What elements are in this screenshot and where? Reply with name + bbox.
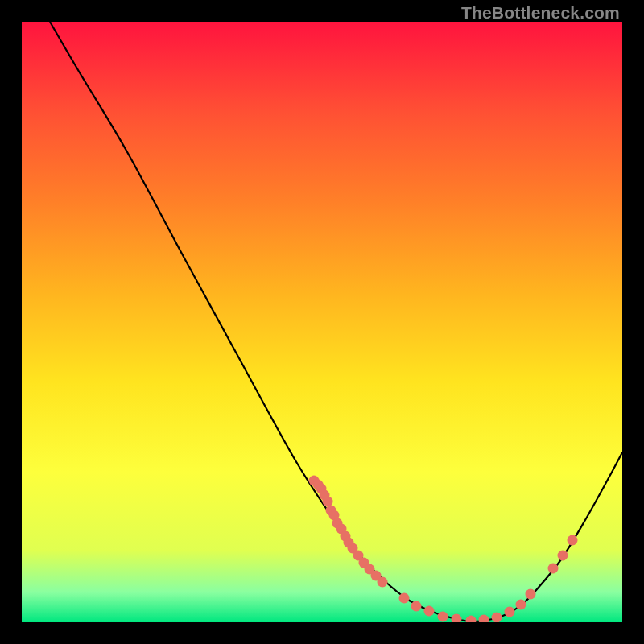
data-point [466, 616, 477, 623]
data-point [558, 551, 568, 561]
data-point [452, 614, 462, 623]
data-point [424, 606, 435, 617]
points-layer [309, 476, 578, 623]
data-point [492, 613, 502, 623]
chart-svg [22, 22, 622, 622]
data-point [568, 535, 578, 546]
watermark-text: TheBottleneck.com [461, 3, 620, 23]
data-point [505, 607, 515, 617]
data-point [438, 612, 448, 622]
data-point [516, 600, 526, 610]
data-point [378, 577, 388, 588]
data-point [548, 564, 559, 574]
bottleneck-curve [50, 22, 622, 621]
data-point [526, 589, 536, 600]
data-point [399, 593, 410, 604]
data-point [479, 615, 489, 623]
data-point [411, 601, 422, 612]
curve-layer [50, 22, 622, 621]
